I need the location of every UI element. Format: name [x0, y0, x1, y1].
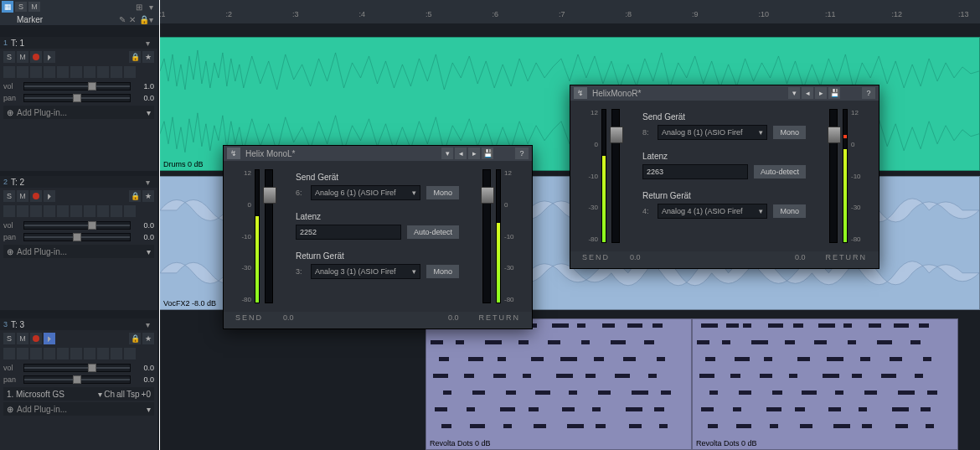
send-device-select[interactable]: Analog 6 (1) (ASIO Firef▾ — [311, 185, 420, 200]
chevron-down-icon[interactable]: ▾ — [146, 39, 154, 48]
grid-icon[interactable]: ▦ — [2, 1, 13, 13]
track-opt-7[interactable] — [84, 205, 95, 217]
star-icon[interactable]: ★ — [142, 333, 154, 344]
midi-clip[interactable]: Revolta Dots 0 dB — [692, 318, 958, 450]
pan-slider[interactable] — [23, 94, 131, 102]
lock-icon[interactable]: 🔒 — [129, 190, 141, 202]
monitor-button[interactable]: ⏵ — [44, 333, 55, 344]
track-opt-8[interactable] — [97, 66, 109, 78]
track-opt-1[interactable] — [3, 205, 15, 217]
track-opt-5[interactable] — [57, 348, 69, 359]
record-button[interactable] — [30, 51, 42, 63]
track-opt-9[interactable] — [111, 205, 122, 217]
save-icon[interactable]: 💾 — [828, 87, 840, 99]
save-icon[interactable]: 💾 — [482, 147, 493, 159]
track-opt-5[interactable] — [57, 205, 69, 217]
send-fader[interactable] — [265, 169, 273, 303]
send-fader[interactable] — [611, 109, 620, 243]
plugin-slot[interactable]: ⊕ Add Plug-in... ▾ — [3, 402, 154, 416]
chevron-down-icon[interactable]: ▾ — [146, 178, 154, 187]
mute-button[interactable]: M — [17, 333, 28, 344]
chevron-down-icon[interactable]: ▾ — [788, 87, 800, 99]
track-opt-7[interactable] — [84, 66, 95, 78]
track-opt-6[interactable] — [70, 348, 82, 359]
record-button[interactable] — [30, 333, 42, 344]
track-opt-1[interactable] — [3, 348, 15, 359]
track-opt-4[interactable] — [44, 66, 55, 78]
chevron-down-icon[interactable]: ▾ — [441, 147, 453, 159]
mono-button[interactable]: Mono — [772, 125, 807, 140]
mono-button[interactable]: Mono — [426, 264, 460, 279]
timeline-ruler[interactable]: :1:2:3:4:5:6:7:8:9:10:11:12:13 — [159, 0, 980, 23]
dialog-titlebar[interactable]: ↯ Helix MonoL* ▾ ◂ ▸ 💾 ? — [224, 146, 532, 161]
return-fader[interactable] — [829, 109, 838, 243]
plugin-slot[interactable]: ⊕ Add Plug-in... ▾ — [3, 245, 154, 258]
track-opt-2[interactable] — [17, 66, 28, 78]
track-opt-2[interactable] — [17, 348, 28, 359]
next-icon[interactable]: ▸ — [815, 87, 827, 99]
mono-button[interactable]: Mono — [772, 204, 807, 219]
track-opt-2[interactable] — [17, 205, 28, 217]
mono-button[interactable]: Mono — [426, 185, 460, 200]
marker-edit-icon[interactable]: ✎ — [119, 15, 127, 23]
return-fader[interactable] — [482, 169, 491, 303]
track-opt-3[interactable] — [30, 205, 42, 217]
marker-lock-icon[interactable]: 🔒 — [139, 15, 147, 23]
track-opt-3[interactable] — [30, 348, 42, 359]
fx-slot[interactable]: 1. Microsoft GS ▾ Ch all Tsp +0 — [3, 387, 154, 401]
snap-icon[interactable]: ⊞ — [134, 2, 144, 12]
track-lane-3[interactable]: Revolta Dots 0 dB Revolta Dots 0 dB — [159, 318, 980, 450]
global-solo-button[interactable]: S — [15, 2, 27, 12]
track-opt-6[interactable] — [70, 205, 82, 217]
chevron-down-icon[interactable]: ▾ — [146, 320, 154, 329]
monitor-button[interactable]: ⏵ — [44, 190, 55, 202]
track-opt-10[interactable] — [124, 205, 136, 217]
autodetect-button[interactable]: Auto-detect — [406, 225, 460, 240]
playhead[interactable] — [159, 0, 160, 450]
chevron-down-icon[interactable]: ▾ — [149, 15, 157, 24]
volume-slider[interactable] — [23, 364, 131, 372]
dialog-titlebar[interactable]: ↯ HelixMonoR* ▾ ◂ ▸ 💾 ? — [570, 85, 879, 101]
latency-input[interactable] — [642, 164, 748, 179]
track-opt-9[interactable] — [111, 66, 122, 78]
track-opt-9[interactable] — [111, 348, 122, 359]
track-opt-10[interactable] — [124, 66, 136, 78]
pan-slider[interactable] — [23, 233, 131, 241]
return-device-select[interactable]: Analog 4 (1) (ASIO Firef▾ — [658, 204, 767, 219]
star-icon[interactable]: ★ — [142, 190, 154, 202]
track-opt-8[interactable] — [97, 205, 109, 217]
track-opt-1[interactable] — [3, 66, 15, 78]
midi-clip[interactable]: Revolta Dots 0 dB — [426, 318, 692, 450]
track-opt-3[interactable] — [30, 66, 42, 78]
send-device-select[interactable]: Analog 8 (1) (ASIO Firef▾ — [658, 125, 767, 140]
track-opt-8[interactable] — [97, 348, 109, 359]
track-opt-4[interactable] — [44, 205, 55, 217]
lock-icon[interactable]: 🔒 — [129, 333, 141, 344]
prev-icon[interactable]: ◂ — [455, 147, 467, 159]
record-button[interactable] — [30, 190, 42, 202]
prev-icon[interactable]: ◂ — [802, 87, 813, 99]
track-header[interactable]: 3 T: 3 ▾ — [0, 318, 157, 330]
solo-button[interactable]: S — [3, 190, 15, 202]
autodetect-button[interactable]: Auto-detect — [753, 164, 807, 179]
pan-slider[interactable] — [23, 375, 131, 384]
solo-button[interactable]: S — [3, 51, 15, 63]
track-header[interactable]: 1 T: 1 ▾ — [0, 37, 157, 49]
volume-slider[interactable] — [23, 221, 131, 230]
track-header[interactable]: 2 T: 2 ▾ — [0, 176, 157, 188]
plugin-slot[interactable]: ⊕ Add Plug-in... ▾ — [3, 106, 154, 119]
mute-button[interactable]: M — [17, 190, 28, 202]
track-opt-6[interactable] — [70, 66, 82, 78]
volume-slider[interactable] — [23, 82, 131, 91]
track-opt-5[interactable] — [57, 66, 69, 78]
monitor-button[interactable]: ⏵ — [44, 51, 55, 63]
marker-del-icon[interactable]: ✕ — [129, 15, 137, 23]
global-mute-button[interactable]: M — [28, 2, 40, 12]
star-icon[interactable]: ★ — [142, 51, 154, 63]
solo-button[interactable]: S — [3, 333, 15, 344]
latency-input[interactable] — [296, 225, 401, 240]
next-icon[interactable]: ▸ — [468, 147, 480, 159]
chevron-down-icon[interactable]: ▾ — [146, 2, 156, 12]
help-button[interactable]: ? — [862, 87, 875, 99]
track-opt-10[interactable] — [124, 348, 136, 359]
